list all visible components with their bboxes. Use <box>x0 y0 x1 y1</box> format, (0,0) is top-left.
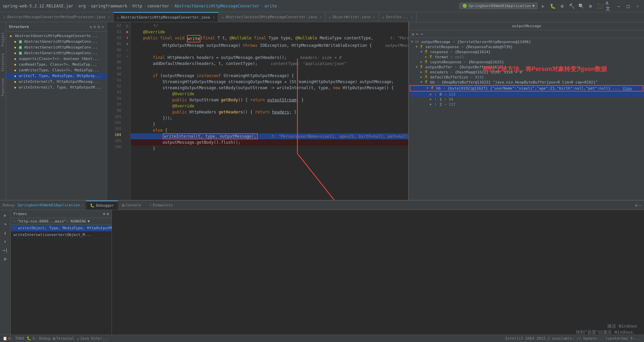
back-icon[interactable]: ← <box>416 32 418 36</box>
var-row-format[interactable]: ▶ f format = null <box>409 55 644 60</box>
close-sidebar-icon[interactable]: ✕ <box>101 24 104 29</box>
favorites-label[interactable]: Favorites <box>1 78 5 96</box>
method-icon-5: ◆ <box>13 63 18 66</box>
breadcrumb-converter[interactable]: converter <box>147 4 169 8</box>
step-out-button[interactable]: ↑ <box>2 238 9 245</box>
sidebar-item-label-1: AbstractGenericHttpMessageConv... <box>24 39 98 44</box>
tab-objectwriter[interactable]: ☕ ObjectWriter.java ✕ <box>325 12 379 22</box>
vars-content: 经过上述方法，将Person对象转变为json数据 ▼ oo outputMes… <box>409 38 644 200</box>
breadcrumb-method[interactable]: write <box>265 4 277 8</box>
bottom-tab-bar: Debug: Springboot05Web01Application ✕ 🐛 … <box>0 201 644 210</box>
filter-icon[interactable]: ≡ <box>103 212 105 216</box>
debugger-label: Debugger <box>96 203 114 208</box>
tab-servlet[interactable]: ☕ Servlet... ✕ <box>379 12 417 22</box>
coverage-button[interactable]: ⚙ <box>558 2 566 10</box>
status-terminal[interactable]: ▤ Terminal <box>53 336 74 341</box>
tab-debugger[interactable]: 🐛 Debugger <box>86 201 118 210</box>
evaluate-button[interactable]: ≡ <box>2 255 9 263</box>
sort2-icon[interactable]: ≡ <box>94 24 96 29</box>
var-row-1[interactable]: ▶ i 1 = 34 <box>409 97 644 102</box>
step-into-button[interactable]: ↓ <box>2 229 9 236</box>
build-button[interactable]: 🔨 <box>568 2 575 10</box>
stop-button[interactable]: ⬛ <box>596 2 604 10</box>
sidebar-item-1[interactable]: ◆ m AbstractGenericHttpMessageConv... <box>6 39 107 44</box>
var-row-2[interactable]: ▶ i 2 = 117 <box>409 102 644 107</box>
check-icon: ✓ <box>13 219 16 224</box>
var-row-servletResponse[interactable]: ▼ f servletResponse = {ResponseFacade@57… <box>409 44 644 49</box>
project-label[interactable]: Project <box>1 32 5 46</box>
breadcrumb-springframework[interactable]: springframework <box>91 4 127 8</box>
settings-bottom-icon[interactable]: ⚙ <box>635 203 638 208</box>
output-message-label: outputMessage <box>512 24 541 28</box>
sidebar-item-supports[interactable]: ◆ supports(Class<?>): boolean †Abst... <box>6 56 107 62</box>
line-numbers: 82 83 84 85 86 87 88 89 90 91 92 93 94 9… <box>107 22 124 200</box>
method-icon-4: ◆ <box>13 57 18 61</box>
method-icon-1: ◆ <box>13 40 18 43</box>
tab-console[interactable]: ▤ Console <box>118 201 145 210</box>
frame-item-write[interactable]: ✓ write(Object, Type, MediaType, HttpOut… <box>11 225 111 232</box>
settings-button[interactable]: ⚙ <box>587 2 594 10</box>
settings-icon[interactable]: ⚙ <box>97 24 100 29</box>
sidebar-item-write[interactable]: ◆ write(T, Type, MediaType, HttpOutp... <box>6 73 107 79</box>
breadcrumb-jar[interactable]: spring-web-5.2.12.RELEASE.jar <box>3 4 73 8</box>
sidebar-item-3[interactable]: ◆ m AbstractGenericHttpMessageConv... <box>6 50 107 56</box>
sidebar-item-writeinternal2[interactable]: ◆ writeInternal(T, Type, HttpOutputM... <box>6 84 107 90</box>
sidebar-item-2[interactable]: ◆ m AbstractGenericHttpMessageConv... <box>6 44 107 50</box>
structure-label-side[interactable]: Structure <box>1 53 5 71</box>
thread-selector[interactable]: ✓ "http-nio-8080...main": RUNNING ▼ <box>11 218 111 225</box>
status-update[interactable]: IntelliJ IDEA 2022.2 available: // Updat… <box>505 336 641 341</box>
frame-item-writeinternal[interactable]: writeInternal(converter(Object_M... <box>11 232 111 238</box>
output-message-panel: outputMessage ↺ ← → 经过上述方法，将Person对象转变为j… <box>408 22 644 200</box>
sidebar-item-writeinternal1[interactable]: ◆ writeInternal(T, HttpOutputMessag... <box>6 79 107 84</box>
tab-abstractgeneric[interactable]: ☕ AbstractGenericHttpMessageConverter.ja… <box>114 12 218 22</box>
settings-frames-icon[interactable]: ⚙ <box>106 212 109 216</box>
debug-button[interactable]: 🐛 <box>549 2 556 10</box>
close-debug-icon[interactable]: ✕ <box>81 203 83 207</box>
run-to-cursor-button[interactable]: →| <box>2 246 9 254</box>
var-row-coyoteResponse[interactable]: ▶ f coyoteResponse = {Response@11615} <box>409 60 644 65</box>
frame-label-writeinternal: writeInternal(converter(Object_M... <box>13 233 92 237</box>
var-row-defaultBufferSize[interactable]: ▶ f defaultBufferSize = 8192 <box>409 75 644 80</box>
side-label-panel: Project Structure Favorites <box>0 22 6 200</box>
editor-tab-bar: ☕ AbstractMessageConverterMethodProcesso… <box>0 12 644 22</box>
todo-label: 6: TODO <box>8 336 24 341</box>
debug-app-name[interactable]: Springboot05Web01Application <box>18 203 80 207</box>
var-row-0[interactable]: ▶ i 0 = 123 <box>409 92 644 97</box>
forward-icon[interactable]: → <box>420 32 423 36</box>
refresh-icon[interactable]: ↺ <box>412 32 414 36</box>
close-button[interactable]: ✕ <box>634 2 641 10</box>
var-row-response[interactable]: ▼ f response = {Response@11614} <box>409 49 644 55</box>
breadcrumb-org[interactable]: org <box>78 4 86 8</box>
status-java[interactable]: ☕ Java Enter... <box>77 336 109 341</box>
sidebar-item-canwrite[interactable]: ◆ canWrite(Type, Class<?>, MediaTyp... <box>6 67 107 73</box>
run-button[interactable]: ▶ <box>540 2 547 10</box>
sidebar-item-canread[interactable]: ◆ canRead(Type, Class<?>, MediaTyp... <box>6 62 107 67</box>
status-todo[interactable]: 📋 6: TODO <box>3 336 24 341</box>
search-button[interactable]: 🔍 <box>577 2 585 10</box>
java-icon: ☕ <box>77 336 79 341</box>
breadcrumb-class[interactable]: AbstractGenericHttpMessageConverter <box>174 4 260 8</box>
var-row-encoders[interactable]: ▶ f encoders = {HashMap@11622} size: siz… <box>409 70 644 75</box>
sidebar-item-0[interactable]: ▶ AbstractGenericHttpMessageConverte... <box>6 33 107 39</box>
tab-abstractmessage[interactable]: ☕ AbstractMessageConverterMethodProcesso… <box>0 12 114 22</box>
method-icon-7: ◆ <box>13 74 18 78</box>
view-link[interactable]: View <box>623 86 632 91</box>
var-row-hb[interactable]: ▼ f hb = {byte[8192]@11627} {"userName":… <box>410 85 643 92</box>
var-row-outputMessage[interactable]: ▼ oo outputMessage = {ServletServerHttpR… <box>409 39 644 44</box>
translate-button[interactable]: A文 <box>606 2 613 10</box>
maximize-button[interactable]: □ <box>624 2 632 10</box>
resume-button[interactable]: ▶ <box>2 211 9 219</box>
var-row-outputBuffer[interactable]: ▼ f outputBuffer = {OutputBuffer@11616} <box>409 65 644 70</box>
minimize-button[interactable]: — <box>615 2 622 10</box>
sort-icon[interactable]: ⇅ <box>90 24 92 29</box>
breadcrumb-http[interactable]: http <box>132 4 142 8</box>
tab-endpoints[interactable]: ⚡ Endpoints <box>145 201 177 210</box>
run-config-selector[interactable]: 🟢 Springboot05Web01Application ▼ <box>459 3 538 9</box>
bottom-panel: Debug: Springboot05Web01Application ✕ 🐛 … <box>0 200 644 335</box>
tab-abstractjackson[interactable]: ☕ AbstractJackson2HttpMessageConverter.j… <box>218 12 325 22</box>
minimize-bottom-icon[interactable]: — <box>639 203 641 208</box>
output-message-header: outputMessage <box>409 22 644 30</box>
var-row-bb[interactable]: ▼ f bb = {HeapByteBuffer@11623} "java.ni… <box>409 80 644 85</box>
status-debug[interactable]: 🐛 5: Debug <box>27 336 50 341</box>
step-over-button[interactable]: ↷ <box>2 220 9 228</box>
